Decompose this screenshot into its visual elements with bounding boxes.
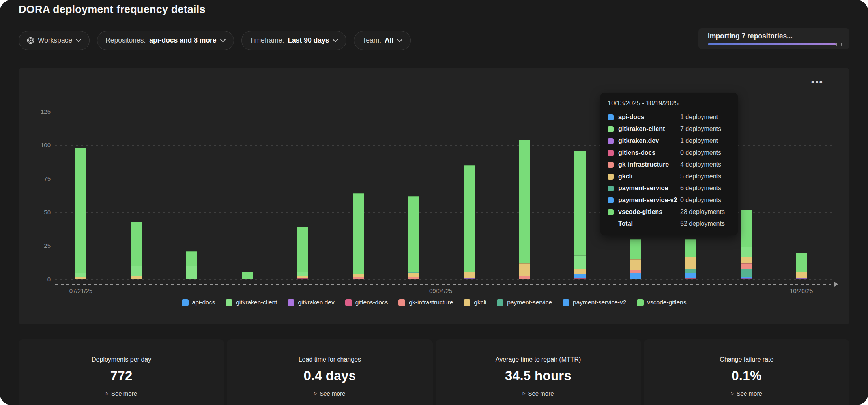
bar-segment-gkcli [131,276,142,279]
tooltip-swatch-icon [608,174,614,180]
legend-item-gkcli[interactable]: gkcli [464,299,486,306]
bar-segment-vscode-gitlens [297,227,308,271]
bar-week-5[interactable] [297,227,308,279]
legend-item-payment-service[interactable]: payment-service [497,299,552,306]
tooltip-row: api-docs1 deployment [608,111,731,123]
chart-legend: api-docsgitkraken-clientgitkraken.devgit… [19,299,849,306]
gridline-0 [55,279,832,280]
chart-options-button[interactable]: ••• [811,77,823,87]
bar-segment-gkcli [796,272,807,278]
tooltip-repo-value: 7 deployments [680,126,731,133]
legend-item-gk-infrastructure[interactable]: gk-infrastructure [398,299,453,306]
legend-swatch-icon [226,299,232,306]
metric-value: 0.1% [731,368,761,383]
workspace-dropdown[interactable]: Workspace [19,31,90,50]
tooltip-date-range: 10/13/2025 - 10/19/2025 [608,99,731,107]
bar-week-7[interactable] [408,196,419,279]
bar-segment-gkcli [519,263,530,276]
x-axis-arrow-icon [834,282,838,287]
bar-segment-gkcli [685,257,696,269]
tooltip-total-label: Total [618,220,680,227]
triangle-right-icon: ▷ [314,391,318,396]
bar-segment-api-docs [685,273,696,278]
tooltip-swatch-icon [608,186,614,191]
bar-segment-gitkraken.dev [796,278,807,279]
metric-label: Deployments per day [92,356,151,363]
metric-value: 772 [110,368,133,383]
bar-segment-gkcli [353,274,364,277]
legend-item-gitkraken.dev[interactable]: gitkraken.dev [288,299,334,306]
team-value: All [385,36,393,45]
metric-value: 0.4 days [304,368,356,383]
legend-swatch-icon [182,299,189,306]
tooltip-repo-value: 1 deployment [680,114,731,121]
repositories-value: api-docs and 8 more [149,36,216,45]
team-label: Team: [362,36,381,45]
timeframe-dropdown[interactable]: Timeframe: Last 90 days [241,31,347,50]
triangle-right-icon: ▷ [523,391,526,396]
bar-week-3[interactable] [186,251,197,279]
see-more-link[interactable]: ▷See more [731,390,762,397]
bar-week-2[interactable] [131,222,142,279]
legend-item-payment-service-v2[interactable]: payment-service-v2 [563,299,626,306]
tooltip-swatch-icon [608,197,614,203]
tooltip-repo-name: gitkraken.dev [618,137,680,144]
bar-segment-vscode-gitlens [630,239,641,259]
x-tick-label: 10/20/25 [790,287,813,294]
team-dropdown[interactable]: Team: All [354,31,411,50]
dora-details-page: DORA deployment frequency details Worksp… [0,0,868,405]
import-progress-knob [836,43,842,46]
tooltip-repo-value: 1 deployment [680,137,731,144]
bar-segment-gk-infrastructure [741,263,752,269]
bar-segment-api-docs [574,274,586,278]
legend-item-api-docs[interactable]: api-docs [182,299,215,306]
legend-swatch-icon [345,299,352,306]
bar-week-6[interactable] [353,193,364,279]
tooltip-swatch-icon [608,209,614,215]
tooltip-repo-value: 0 deployments [680,149,731,156]
bar-week-1[interactable] [75,148,86,279]
bar-segment-gitkraken-client [131,266,142,276]
legend-swatch-icon [637,299,644,306]
y-tick-label: 125 [19,108,51,115]
legend-label: vscode-gitlens [647,299,686,306]
bar-week-8[interactable] [464,165,475,279]
legend-item-gitlens-docs[interactable]: gitlens-docs [345,299,388,306]
metric-label: Lead time for changes [299,356,361,363]
filter-row: Workspace Repositories: api-docs and 8 m… [19,31,411,50]
tooltip-repo-name: api-docs [618,114,680,121]
bar-segment-gk-infrastructure [353,277,364,279]
timeframe-value: Last 90 days [288,36,329,45]
bar-segment-vscode-gitlens [519,140,530,263]
y-tick-label: 75 [19,175,51,182]
legend-item-vscode-gitlens[interactable]: vscode-gitlens [637,299,686,306]
see-more-link[interactable]: ▷See more [314,390,346,397]
bar-week-14[interactable] [796,253,807,279]
tooltip-repo-name: gkcli [618,173,680,180]
metric-card-deployments-per-day: Deployments per day 772 ▷See more [19,339,224,405]
tooltip-repo-name: payment-service-v2 [618,197,680,204]
bar-segment-vscode-gitlens [574,151,586,255]
repositories-dropdown[interactable]: Repositories: api-docs and 8 more [97,31,234,50]
see-more-link[interactable]: ▷See more [106,390,137,397]
see-more-label: See more [111,390,137,397]
see-more-link[interactable]: ▷See more [523,390,554,397]
bar-segment-vscode-gitlens [75,148,86,273]
bar-week-10[interactable] [574,151,586,279]
tooltip-row: payment-service6 deployments [608,182,731,194]
bar-segment-vscode-gitlens [685,239,696,257]
workspace-icon [27,37,34,44]
bar-week-9[interactable] [519,140,530,279]
bar-week-11[interactable] [630,239,641,279]
see-more-label: See more [737,390,762,397]
tooltip-repo-name: gitlens-docs [618,149,680,156]
x-tick-label: 09/04/25 [429,287,452,294]
bar-segment-gitkraken-client [297,272,308,276]
bar-week-12[interactable] [685,239,696,279]
repositories-label: Repositories: [105,36,146,45]
bar-week-13[interactable] [741,210,752,279]
bar-week-4[interactable] [242,272,253,279]
import-status-text: Importing 7 repositories... [708,32,793,40]
legend-item-gitkraken-client[interactable]: gitkraken-client [226,299,277,306]
bar-segment-vscode-gitlens [464,165,475,272]
